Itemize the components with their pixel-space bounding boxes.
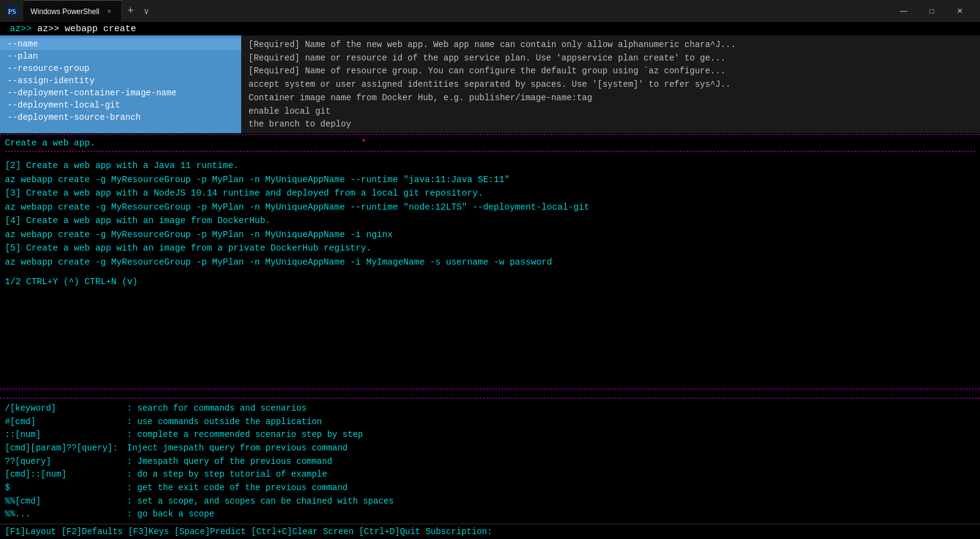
autocomplete-item-container-image[interactable]: --deployment-container-image-name [0, 87, 241, 99]
autocomplete-item-local-git[interactable]: --deployment-local-git [0, 99, 241, 111]
window-controls: — □ ✕ [890, 0, 974, 22]
empty-line-2 [5, 269, 975, 275]
empty-line-1 [5, 153, 975, 159]
create-webapp-line: Create a web app. * [5, 136, 975, 150]
help-key-5: [cmd]::[num] [5, 468, 127, 482]
help-desc-5: : do a step by step tutorial of example [127, 468, 975, 482]
close-window-button[interactable]: ✕ [946, 0, 974, 22]
separator-3 [0, 389, 980, 389]
help-desc-8: : go back a scope [127, 508, 975, 521]
star-indicator: * [361, 138, 366, 148]
tab-dropdown-button[interactable]: ∨ [139, 4, 154, 18]
help-key-0: /[keyword] [5, 402, 127, 416]
pagination-line: 1/2 CTRL+Y (^) CTRL+N (v) [5, 275, 975, 288]
help-key-1: #[cmd] [5, 416, 127, 429]
help-key-7: %%[cmd] [5, 495, 127, 508]
terminal: az>> az>> webapp create --name --plan --… [0, 22, 980, 539]
help-desc-6: : get the exit code of the previous comm… [127, 482, 975, 495]
autocomplete-panel: --name --plan --resource-group --assign-… [0, 35, 980, 133]
prompt-marker: az>> [10, 24, 37, 34]
desc-2: [Required] Name of resource group. You c… [249, 64, 973, 78]
autocomplete-list: --name --plan --resource-group --assign-… [0, 35, 241, 133]
status-text: [F1]Layout [F2]Defaults [F3]Keys [Space]… [5, 527, 492, 537]
example-4-command: az webapp create -g MyResourceGroup -p M… [5, 228, 975, 241]
tab-label: Windows PowerShell [31, 7, 100, 16]
help-desc-2: : complete a recommended scenario step b… [127, 428, 975, 442]
example-4-header: [4] Create a web app with an image from … [5, 214, 975, 227]
desc-6: the branch to deploy [249, 117, 973, 131]
help-key-2: ::[num] [5, 428, 127, 442]
example-3-command: az webapp create -g MyResourceGroup -p M… [5, 200, 975, 214]
desc-0: [Required] Name of the new web app. Web … [249, 38, 973, 51]
new-tab-button[interactable]: + [122, 2, 139, 20]
help-grid: /[keyword] : search for commands and sce… [5, 402, 975, 521]
example-5-header: [5] Create a web app with an image from … [5, 241, 975, 255]
close-tab-button[interactable]: × [104, 7, 114, 16]
maximize-button[interactable]: □ [918, 0, 946, 22]
autocomplete-item-resource-group[interactable]: --resource-group [0, 62, 241, 75]
prompt-line: az>> az>> webapp create [5, 23, 141, 35]
app-icon: PS [6, 5, 18, 17]
help-desc-3: Inject jmespath query from previous comm… [127, 442, 975, 455]
autocomplete-item-name[interactable]: --name [0, 38, 241, 50]
command-text: az>> webapp create [37, 24, 136, 34]
help-key-3: [cmd][param]??[query]: [5, 442, 127, 455]
example-2-command: az webapp create -g MyResourceGroup -p M… [5, 173, 975, 186]
create-webapp-label: Create a web app. [5, 138, 95, 148]
separator-2 [5, 151, 975, 152]
minimize-button[interactable]: — [890, 0, 918, 22]
example-5-command: az webapp create -g MyResourceGroup -p M… [5, 255, 975, 269]
separator-top [0, 134, 980, 135]
desc-1: [Required] name or resource id of the ap… [249, 51, 973, 65]
command-prompt-area: az>> az>> webapp create [0, 22, 980, 35]
tab-area: Windows PowerShell × + ∨ [23, 0, 885, 22]
autocomplete-item-source-branch[interactable]: --deployment-source-branch [0, 111, 241, 123]
terminal-tab[interactable]: Windows PowerShell × [23, 0, 122, 22]
titlebar: PS Windows PowerShell × + ∨ — □ ✕ [0, 0, 980, 22]
help-desc-4: : Jmespath query of the previous command [127, 455, 975, 469]
help-section: /[keyword] : search for commands and sce… [0, 400, 980, 524]
terminal-main-content: Create a web app. * [2] Create a web app… [0, 136, 980, 387]
autocomplete-descriptions: [Required] Name of the new web app. Web … [241, 35, 980, 133]
help-desc-1: : use commands outside the application [127, 416, 975, 429]
desc-5: enable local git [249, 105, 973, 118]
example-3-header: [3] Create a web app with a NodeJS 10.14… [5, 186, 975, 200]
help-key-4: ??[query] [5, 455, 127, 469]
help-key-8: %%... [5, 508, 127, 521]
autocomplete-item-assign-identity[interactable]: --assign-identity [0, 75, 241, 87]
status-bar: [F1]Layout [F2]Defaults [F3]Keys [Space]… [0, 524, 980, 539]
svg-text:PS: PS [8, 7, 16, 16]
help-desc-7: : set a scope, and scopes can be chained… [127, 495, 975, 508]
desc-3: accept system or user assigned identitie… [249, 78, 973, 91]
empty-line-3 [0, 391, 980, 397]
example-2-header: [2] Create a web app with a Java 11 runt… [5, 159, 975, 172]
autocomplete-item-plan[interactable]: --plan [0, 50, 241, 62]
help-key-6: $ [5, 482, 127, 495]
separator-4 [0, 398, 980, 398]
help-desc-0: : search for commands and scenarios [127, 402, 975, 416]
desc-4: Container image name from Docker Hub, e.… [249, 91, 973, 105]
